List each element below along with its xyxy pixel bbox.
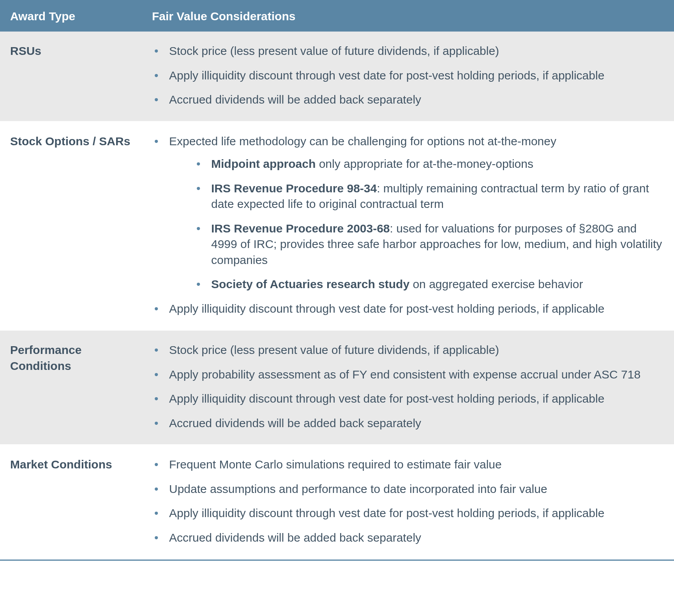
sub-bullet-rest: only appropriate for at-the-money-option… xyxy=(316,157,533,170)
list-item: Apply illiquidity discount through vest … xyxy=(152,505,662,521)
header-considerations: Fair Value Considerations xyxy=(144,10,674,23)
list-item: IRS Revenue Procedure 2003-68: used for … xyxy=(169,221,662,268)
list-item: Accrued dividends will be added back sep… xyxy=(152,415,662,431)
table-row: RSUsStock price (less present value of f… xyxy=(0,32,674,122)
award-type-cell: Performance Conditions xyxy=(0,342,144,431)
considerations-cell: Stock price (less present value of futur… xyxy=(144,43,674,108)
bullet-list: Stock price (less present value of futur… xyxy=(152,342,662,431)
list-item: Accrued dividends will be added back sep… xyxy=(152,530,662,546)
sub-bullet-bold: Midpoint approach xyxy=(211,157,316,170)
header-award-type: Award Type xyxy=(0,10,144,23)
list-item: Apply probability assessment as of FY en… xyxy=(152,367,662,383)
sub-bullet-bold: IRS Revenue Procedure 98-34 xyxy=(211,182,377,195)
bullet-text: Apply probability assessment as of FY en… xyxy=(169,368,640,381)
award-type-cell: Market Conditions xyxy=(0,457,144,546)
list-item: Update assumptions and performance to da… xyxy=(152,481,662,497)
list-item: Midpoint approach only appropriate for a… xyxy=(169,156,662,172)
bullet-text: Apply illiquidity discount through vest … xyxy=(169,507,604,519)
table-row: Stock Options / SARsExpected life method… xyxy=(0,122,674,331)
bullet-text: Apply illiquidity discount through vest … xyxy=(169,392,604,405)
considerations-cell: Frequent Monte Carlo simulations require… xyxy=(144,457,674,546)
list-item: Stock price (less present value of futur… xyxy=(152,342,662,358)
sub-bullet-rest: on aggregated exercise behavior xyxy=(409,278,583,290)
bullet-text: Update assumptions and performance to da… xyxy=(169,482,547,495)
bullet-text: Stock price (less present value of futur… xyxy=(169,44,499,57)
list-item: Expected life methodology can be challen… xyxy=(152,134,662,292)
fair-value-table: Award Type Fair Value Considerations RSU… xyxy=(0,0,674,561)
bullet-list: Stock price (less present value of futur… xyxy=(152,43,662,108)
list-item: Accrued dividends will be added back sep… xyxy=(152,92,662,108)
list-item: Apply illiquidity discount through vest … xyxy=(152,301,662,317)
table-row: Market ConditionsFrequent Monte Carlo si… xyxy=(0,445,674,560)
list-item: Stock price (less present value of futur… xyxy=(152,43,662,59)
list-item: Society of Actuaries research study on a… xyxy=(169,276,662,292)
list-item: Frequent Monte Carlo simulations require… xyxy=(152,457,662,473)
award-type-cell: RSUs xyxy=(0,43,144,108)
bullet-text: Accrued dividends will be added back sep… xyxy=(169,531,421,544)
sub-bullet-list: Midpoint approach only appropriate for a… xyxy=(169,156,662,292)
considerations-cell: Expected life methodology can be challen… xyxy=(144,134,674,317)
bullet-text: Expected life methodology can be challen… xyxy=(169,135,556,148)
sub-bullet-bold: Society of Actuaries research study xyxy=(211,278,409,290)
list-item: Apply illiquidity discount through vest … xyxy=(152,68,662,84)
bullet-list: Frequent Monte Carlo simulations require… xyxy=(152,457,662,546)
bullet-text: Accrued dividends will be added back sep… xyxy=(169,93,421,106)
bullet-text: Apply illiquidity discount through vest … xyxy=(169,69,604,82)
table-header-row: Award Type Fair Value Considerations xyxy=(0,1,674,32)
considerations-cell: Stock price (less present value of futur… xyxy=(144,342,674,431)
sub-bullet-bold: IRS Revenue Procedure 2003-68 xyxy=(211,222,390,235)
award-type-cell: Stock Options / SARs xyxy=(0,134,144,317)
bullet-list: Expected life methodology can be challen… xyxy=(152,134,662,317)
list-item: IRS Revenue Procedure 98-34: multiply re… xyxy=(169,181,662,212)
bullet-text: Frequent Monte Carlo simulations require… xyxy=(169,458,502,471)
bullet-text: Apply illiquidity discount through vest … xyxy=(169,302,604,315)
list-item: Apply illiquidity discount through vest … xyxy=(152,391,662,407)
bullet-text: Stock price (less present value of futur… xyxy=(169,343,499,356)
table-row: Performance ConditionsStock price (less … xyxy=(0,331,674,445)
bullet-text: Accrued dividends will be added back sep… xyxy=(169,417,421,429)
